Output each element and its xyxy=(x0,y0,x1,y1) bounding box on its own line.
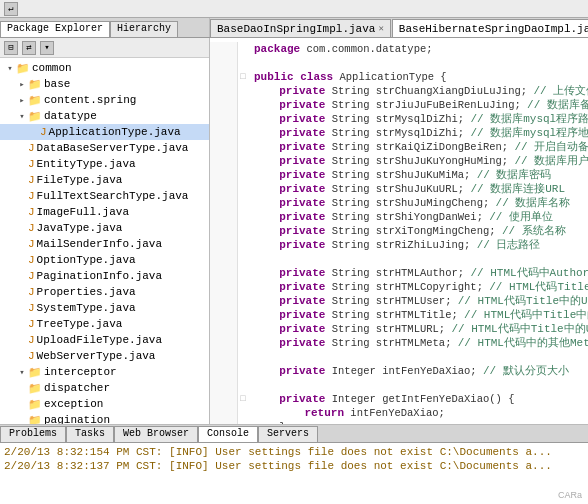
line-number xyxy=(210,56,238,70)
tree-item-datatype[interactable]: ▾ 📁 datatype xyxy=(0,108,209,124)
code-line: private String strHTMLUser; // HTML代码Tit… xyxy=(210,294,588,308)
collapse-icon xyxy=(238,322,248,336)
collapse-icon xyxy=(238,182,248,196)
collapse-icon xyxy=(238,42,248,56)
code-editor[interactable]: package com.common.datatype; □ public cl… xyxy=(210,38,588,424)
tree-item-dispatcher[interactable]: 📁 dispatcher xyxy=(0,380,209,396)
collapse-icon[interactable]: □ xyxy=(238,392,248,406)
tab-servers[interactable]: Servers xyxy=(258,426,318,442)
line-number xyxy=(210,210,238,224)
tree-label: JavaType.java xyxy=(37,222,123,234)
code-line: private String strJiuJuFuBeiRenLuJing; /… xyxy=(210,98,588,112)
tree-item-uploadfiletype[interactable]: J UploadFileType.java xyxy=(0,332,209,348)
tree-label: OptionType.java xyxy=(37,254,136,266)
tab-problems[interactable]: Problems xyxy=(0,426,66,442)
code-line: private String strHTMLTitle; // HTML代码中T… xyxy=(210,308,588,322)
menu-icon[interactable]: ▾ xyxy=(40,41,54,55)
expand-icon[interactable]: ▾ xyxy=(16,367,28,378)
tree-item-interceptor[interactable]: ▾ 📁 interceptor xyxy=(0,364,209,380)
tab-console[interactable]: Console xyxy=(198,426,258,442)
tree-item-imagefull[interactable]: J ImageFull.java xyxy=(0,204,209,220)
line-code: private String strHTMLCopyright; // HTML… xyxy=(248,280,588,294)
expand-icon[interactable]: ▸ xyxy=(16,79,28,90)
close-icon[interactable]: ✕ xyxy=(378,23,383,34)
tab-basedao[interactable]: BaseDaoInSpringImpl.java ✕ xyxy=(210,19,391,37)
code-line: private String strHTMLURL; // HTML代码中Tit… xyxy=(210,322,588,336)
tree-item-properties[interactable]: J Properties.java xyxy=(0,284,209,300)
tree-item-systemtype[interactable]: J SystemType.java xyxy=(0,300,209,316)
line-number xyxy=(210,350,238,364)
tree-item-filetype[interactable]: J FileType.java xyxy=(0,172,209,188)
tree-item-treetype[interactable]: J TreeType.java xyxy=(0,316,209,332)
line-number xyxy=(210,294,238,308)
java-icon: J xyxy=(28,158,35,170)
code-line: private String strHTMLMeta; // HTML代码中的其… xyxy=(210,336,588,350)
tree-label: interceptor xyxy=(44,366,117,378)
top-toolbar: ↵ xyxy=(0,0,588,18)
tree-item-content-spring[interactable]: ▸ 📁 content.spring xyxy=(0,92,209,108)
tab-basehibernate[interactable]: BaseHibernateSpringDaoImpl.java ✕ xyxy=(392,19,588,37)
code-line: private String strRiZhiLuJing; // 日志路径 xyxy=(210,238,588,252)
collapse-icon xyxy=(238,112,248,126)
tree-item-mailsenderinfo[interactable]: J MailSenderInfo.java xyxy=(0,236,209,252)
tree-item-optiontype[interactable]: J OptionType.java xyxy=(0,252,209,268)
tree-item-javatype[interactable]: J JavaType.java xyxy=(0,220,209,236)
code-line: return intFenYeDaXiao; xyxy=(210,406,588,420)
code-line: private String strShuJuKuYongHuMing; // … xyxy=(210,154,588,168)
line-number xyxy=(210,252,238,266)
folder-icon: 📁 xyxy=(28,110,42,123)
java-icon: J xyxy=(28,350,35,362)
tab-hierarchy[interactable]: Hierarchy xyxy=(110,21,178,37)
expand-icon[interactable]: ▾ xyxy=(16,111,28,122)
tree-item-webservertype[interactable]: J WebServerType.java xyxy=(0,348,209,364)
expand-icon[interactable]: ▾ xyxy=(4,63,16,74)
folder-icon: 📁 xyxy=(28,366,42,379)
tree-item-applicationtype[interactable]: J ApplicationType.java xyxy=(0,124,209,140)
tree-item-databaseservertype[interactable]: J DataBaseServerType.java xyxy=(0,140,209,156)
code-line: private String strXiTongMingCheng; // 系统… xyxy=(210,224,588,238)
line-code: private String strHTMLAuthor; // HTML代码中… xyxy=(248,266,588,280)
line-number xyxy=(210,406,238,420)
package-tree: ▾ 📁 common ▸ 📁 base ▸ 📁 content.spring xyxy=(0,58,209,424)
tree-item-base[interactable]: ▸ 📁 base xyxy=(0,76,209,92)
line-code: package com.common.datatype; xyxy=(248,42,433,56)
tab-package-explorer[interactable]: Package Explorer xyxy=(0,21,110,37)
collapse-icon xyxy=(238,266,248,280)
code-line: } xyxy=(210,420,588,424)
tree-item-pagination[interactable]: 📁 pagination xyxy=(0,412,209,424)
line-code: private String strHTMLUser; // HTML代码Tit… xyxy=(248,294,588,308)
collapse-icon xyxy=(238,252,248,266)
line-code xyxy=(248,350,254,364)
tree-item-paginationinfo[interactable]: J PaginationInfo.java xyxy=(0,268,209,284)
code-content[interactable]: package com.common.datatype; □ public cl… xyxy=(210,38,588,424)
undo-icon[interactable]: ↵ xyxy=(4,2,18,16)
code-line: private String strHTMLCopyright; // HTML… xyxy=(210,280,588,294)
line-number xyxy=(210,42,238,56)
line-code: private String strRiZhiLuJing; // 日志路径 xyxy=(248,238,540,252)
java-icon: J xyxy=(28,206,35,218)
code-line: private String strKaiQiZiDongBeiRen; // … xyxy=(210,140,588,154)
collapse-icon xyxy=(238,336,248,350)
tree-label: UploadFileType.java xyxy=(37,334,162,346)
code-line xyxy=(210,378,588,392)
line-code xyxy=(248,56,254,70)
tree-label: WebServerType.java xyxy=(37,350,156,362)
line-code: private String strShuJuKuMiMa; // 数据库密码 xyxy=(248,168,551,182)
tree-item-entitytype[interactable]: J EntityType.java xyxy=(0,156,209,172)
tree-item-exception[interactable]: 📁 exception xyxy=(0,396,209,412)
expand-icon[interactable]: ▸ xyxy=(16,95,28,106)
collapse-icon xyxy=(238,196,248,210)
line-code: private Integer getIntFenYeDaXiao() { xyxy=(248,392,514,406)
tree-label: PaginationInfo.java xyxy=(37,270,162,282)
line-code: private String strShiYongDanWei; // 使用单位 xyxy=(248,210,553,224)
java-icon: J xyxy=(28,222,35,234)
tree-item-fulltextsearchtype[interactable]: J FullTextSearchType.java xyxy=(0,188,209,204)
collapse-all-icon[interactable]: ⊟ xyxy=(4,41,18,55)
line-number xyxy=(210,280,238,294)
code-line: private String strShuJuKuURL; // 数据库连接UR… xyxy=(210,182,588,196)
tab-tasks[interactable]: Tasks xyxy=(66,426,114,442)
tree-item-common[interactable]: ▾ 📁 common xyxy=(0,60,209,76)
link-icon[interactable]: ⇄ xyxy=(22,41,36,55)
tab-webbrowser[interactable]: Web Browser xyxy=(114,426,198,442)
line-code: private String strJiuJuFuBeiRenLuJing; /… xyxy=(248,98,588,112)
